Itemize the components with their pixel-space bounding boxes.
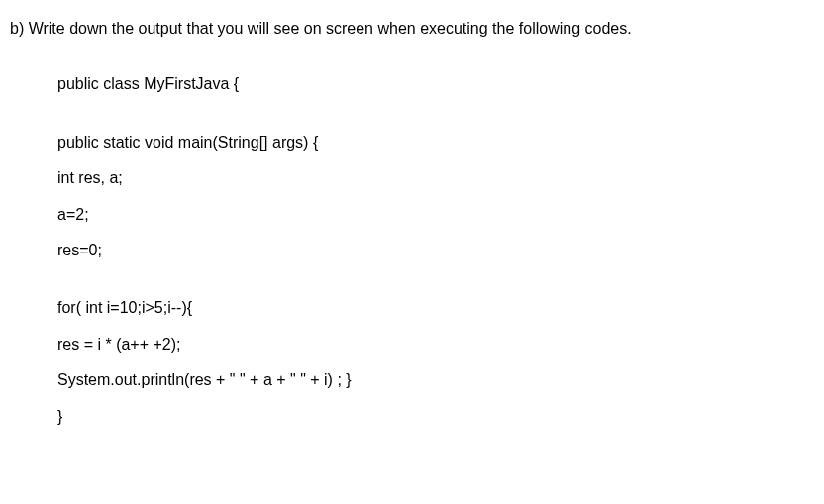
code-line: for( int i=10;i>5;i--){ [57, 297, 814, 319]
code-line: res=0; [57, 240, 814, 261]
code-line: int res, a; [57, 167, 814, 189]
code-line: public static void main(String[] args) { [57, 132, 814, 153]
code-line: } [57, 406, 814, 428]
code-line: a=2; [57, 204, 814, 226]
question-prompt: b) Write down the output that you will s… [10, 18, 814, 40]
code-block: public class MyFirstJava { public static… [57, 73, 814, 428]
code-line: System.out.println(res + " " + a + " " +… [57, 369, 814, 391]
code-line: public class MyFirstJava { [57, 73, 814, 95]
code-line: res = i * (a++ +2); [57, 334, 814, 355]
